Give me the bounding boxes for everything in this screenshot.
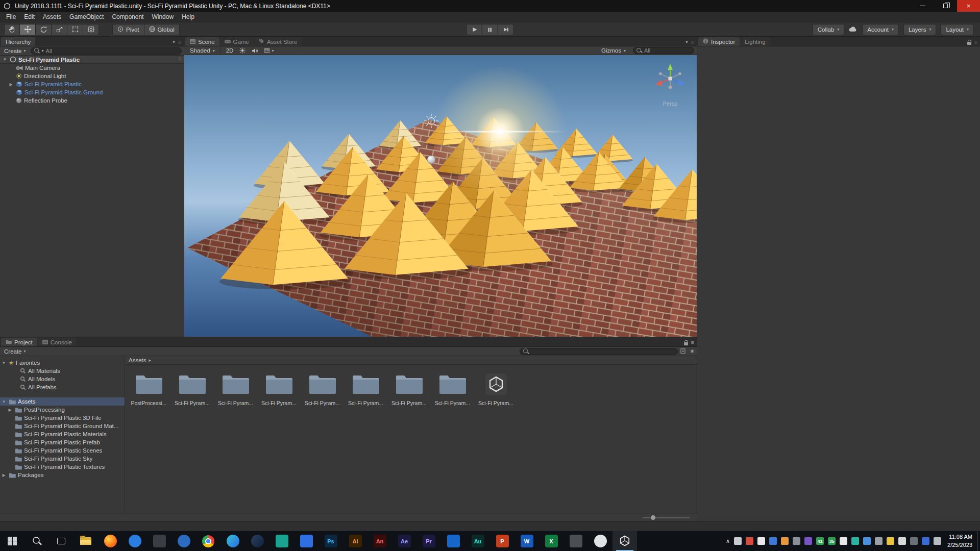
cloud-icon[interactable] bbox=[849, 26, 857, 33]
firefox[interactable] bbox=[98, 531, 122, 551]
hierarchy-item-sci-fi-pyramid-plastic[interactable]: ▶Sci-Fi Pyramid Plastic bbox=[0, 80, 184, 88]
tab-game[interactable]: Game bbox=[220, 37, 254, 46]
show-desktop-button[interactable] bbox=[977, 531, 980, 551]
window-titlebar[interactable]: Unity 2018.3.11f1 - Sci-Fi Pyramid Plast… bbox=[0, 0, 980, 12]
tray-icon-4[interactable] bbox=[769, 537, 777, 545]
pane-menu-icon[interactable]: ≡ bbox=[691, 39, 694, 45]
dark-app[interactable] bbox=[147, 531, 172, 551]
tray-icon-3[interactable] bbox=[757, 537, 765, 545]
teal-app[interactable] bbox=[270, 531, 294, 551]
tree-item-sci-fi-pyramid-plastic-scenes[interactable]: Sci-Fi Pyramid Plastic Scenes bbox=[0, 446, 125, 455]
asset-folder-sci-fi-pyram[interactable]: Sci-Fi Pyram... bbox=[170, 372, 214, 406]
tree-item-sci-fi-pyramid-plastic-sky[interactable]: Sci-Fi Pyramid Plastic Sky bbox=[0, 455, 125, 463]
collab-dropdown[interactable]: Collab▾ bbox=[813, 24, 845, 35]
tree-item-sci-fi-pyramid-plastic-materials[interactable]: Sci-Fi Pyramid Plastic Materials bbox=[0, 430, 125, 438]
fold-arrow-icon[interactable]: ▶ bbox=[7, 408, 13, 412]
menu-file[interactable]: File bbox=[2, 12, 20, 21]
start-button[interactable] bbox=[0, 531, 24, 551]
asset-folder-sci-fi-pyram[interactable]: Sci-Fi Pyram... bbox=[214, 372, 257, 406]
scale-tool-button[interactable] bbox=[52, 24, 67, 35]
pane-menu-icon[interactable]: ≡ bbox=[974, 39, 977, 45]
tree-item-assets[interactable]: ▼Assets bbox=[0, 397, 125, 406]
tray-icon-10[interactable] bbox=[863, 537, 871, 545]
lock-icon[interactable] bbox=[967, 42, 971, 45]
hand-tool-button[interactable] bbox=[4, 24, 20, 35]
scene-effects-dropdown[interactable]: ▾ bbox=[261, 48, 276, 53]
account-dropdown[interactable]: Account▾ bbox=[862, 24, 899, 35]
menu-component[interactable]: Component bbox=[108, 12, 148, 21]
unity-editor[interactable] bbox=[612, 531, 637, 551]
tab-hierarchy[interactable]: Hierarchy bbox=[1, 37, 35, 46]
tray-icon-1[interactable] bbox=[734, 537, 742, 545]
tree-item-favorites[interactable]: ▼★Favorites bbox=[0, 359, 125, 367]
fold-arrow-icon[interactable]: ▶ bbox=[8, 82, 14, 87]
minimize-button[interactable] bbox=[911, 0, 934, 12]
global-toggle[interactable]: Global bbox=[144, 24, 180, 35]
tray-badge-41[interactable]: 41 bbox=[816, 537, 824, 545]
move-handle[interactable] bbox=[427, 156, 435, 164]
tray-icon-9[interactable] bbox=[851, 537, 859, 545]
tray-icon-2[interactable] bbox=[746, 537, 753, 545]
tray-icon-11[interactable] bbox=[875, 537, 883, 545]
fold-arrow-icon[interactable]: ▼ bbox=[1, 361, 7, 365]
thunderbird[interactable] bbox=[172, 531, 196, 551]
tree-item-sci-fi-pyramid-plastic-ground-mat[interactable]: Sci-Fi Pyramid Plastic Ground Mat... bbox=[0, 422, 125, 430]
scene-header-menu[interactable]: ≡ bbox=[178, 56, 184, 63]
hierarchy-create-dropdown[interactable]: Create▾ bbox=[2, 48, 28, 54]
messaging-app[interactable] bbox=[122, 531, 147, 551]
transform-tool-button[interactable] bbox=[83, 24, 99, 35]
pivot-toggle[interactable]: Pivot bbox=[112, 24, 144, 35]
task-view-button[interactable] bbox=[49, 531, 74, 551]
tray-icon-13[interactable] bbox=[898, 537, 906, 545]
tree-item-sci-fi-pyramid-plastic-3d-file[interactable]: Sci-Fi Pyramid Plastic 3D File bbox=[0, 414, 125, 422]
rotate-tool-button[interactable] bbox=[36, 24, 52, 35]
tree-item-all-materials[interactable]: All Materials bbox=[0, 367, 125, 375]
scene-viewport[interactable]: Persp bbox=[184, 55, 697, 337]
search-by-label-icon[interactable]: ★ bbox=[690, 348, 695, 355]
blue-app-2[interactable] bbox=[441, 531, 465, 551]
chrome[interactable] bbox=[196, 531, 220, 551]
close-button[interactable]: × bbox=[957, 0, 980, 12]
tree-item-packages[interactable]: ▶Packages bbox=[0, 471, 125, 479]
scene-header[interactable]: ▼ Sci-Fi Pyramid Plastic ≡ bbox=[0, 56, 184, 64]
word[interactable]: W bbox=[514, 531, 539, 551]
chevron-down-icon[interactable]: ▾ bbox=[173, 40, 175, 44]
pane-menu-icon[interactable]: ≡ bbox=[691, 340, 694, 345]
layout-dropdown[interactable]: Layout▾ bbox=[941, 24, 974, 35]
menu-help[interactable]: Help bbox=[178, 12, 199, 21]
scene-search-input[interactable]: All bbox=[633, 47, 694, 54]
tray-icon-8[interactable] bbox=[840, 537, 847, 545]
menu-edit[interactable]: Edit bbox=[20, 12, 39, 21]
search-by-type-icon[interactable] bbox=[680, 348, 687, 355]
tab-scene[interactable]: Scene bbox=[185, 37, 219, 46]
tab-project[interactable]: Project bbox=[1, 338, 37, 346]
menu-window[interactable]: Window bbox=[148, 12, 178, 21]
pause-button[interactable] bbox=[482, 24, 498, 35]
camera-projection-label[interactable]: Persp bbox=[663, 101, 678, 107]
project-search-input[interactable] bbox=[520, 348, 678, 355]
animate[interactable]: An bbox=[368, 531, 392, 551]
illustrator[interactable]: Ai bbox=[343, 531, 368, 551]
slider-thumb[interactable] bbox=[651, 515, 655, 520]
icon-size-slider[interactable] bbox=[643, 517, 690, 518]
hierarchy-item-main-camera[interactable]: Main Camera bbox=[0, 64, 184, 72]
powerpoint[interactable]: P bbox=[490, 531, 514, 551]
tree-item-postprocessing[interactable]: ▶PostProcessing bbox=[0, 406, 125, 414]
asset-folder-sci-fi-pyram[interactable]: Sci-Fi Pyram... bbox=[257, 372, 301, 406]
hierarchy-search-input[interactable]: ▾ All bbox=[31, 47, 182, 55]
photoshop[interactable]: Ps bbox=[318, 531, 343, 551]
tab-inspector[interactable]: Inspector bbox=[698, 37, 740, 46]
rect-tool-button[interactable] bbox=[67, 24, 83, 35]
tree-item-sci-fi-pyramid-plastic-textures[interactable]: Sci-Fi Pyramid Plastic Textures bbox=[0, 463, 125, 471]
pane-menu-icon[interactable]: ≡ bbox=[178, 39, 181, 45]
tray-badge-35[interactable]: 35 bbox=[828, 537, 836, 545]
chevron-down-icon[interactable]: ▾ bbox=[686, 40, 688, 44]
asset-folder-sci-fi-pyram[interactable]: Sci-Fi Pyram... bbox=[387, 372, 431, 406]
menu-gameobject[interactable]: GameObject bbox=[65, 12, 108, 21]
2d-toggle[interactable]: 2D bbox=[224, 47, 236, 54]
step-button[interactable] bbox=[498, 24, 514, 35]
tab-lighting[interactable]: Lighting bbox=[740, 37, 770, 46]
asset-folder-sci-fi-pyram[interactable]: Sci-Fi Pyram... bbox=[431, 372, 474, 406]
move-tool-button[interactable] bbox=[20, 24, 36, 35]
asset-folder-sci-fi-pyram[interactable]: Sci-Fi Pyram... bbox=[301, 372, 344, 406]
